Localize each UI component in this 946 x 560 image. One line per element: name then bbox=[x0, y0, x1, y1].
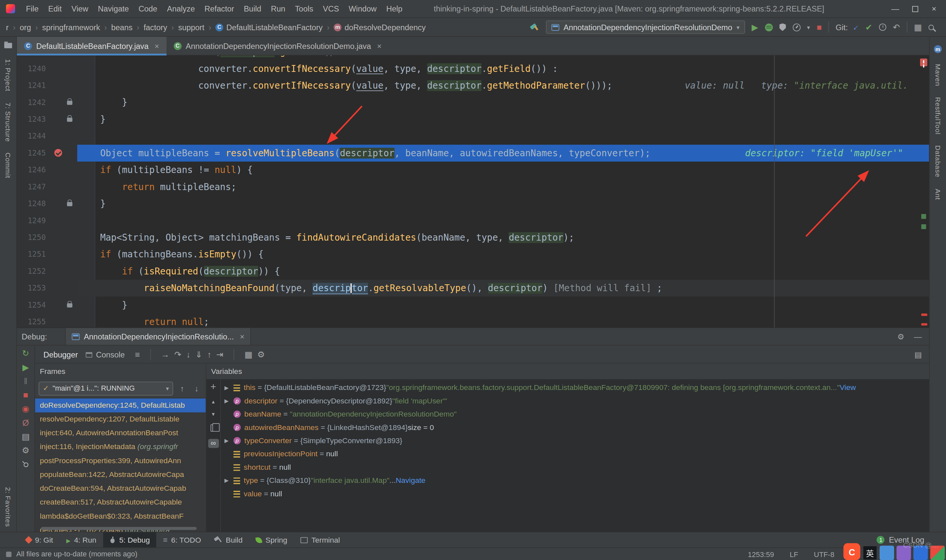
view-as-table-button[interactable]: ▦ bbox=[244, 349, 252, 359]
down-chevron-icon[interactable]: ▼ bbox=[211, 412, 216, 417]
code-text[interactable]: } bbox=[100, 297, 128, 314]
run-to-cursor-button[interactable]: ⇥ bbox=[216, 349, 223, 359]
toolwindow-button-terminal[interactable]: Terminal bbox=[294, 532, 347, 548]
code-text[interactable]: if (isRequired(descriptor)) { bbox=[100, 263, 280, 280]
variable-row-descriptor[interactable]: ▶pdescriptor = {DependencyDescriptor@189… bbox=[221, 394, 929, 408]
line-number[interactable]: 1255 bbox=[17, 314, 52, 327]
history-icon[interactable] bbox=[879, 24, 886, 31]
breadcrumb-item-DefaultListableBeanFactory[interactable]: CDefaultListableBeanFactory bbox=[214, 23, 324, 32]
expand-arrow-icon[interactable]: ▶ bbox=[224, 438, 234, 443]
debug-layout-settings-button[interactable]: ⚙ bbox=[257, 349, 265, 359]
code-text[interactable]: converter.convertIfNecessary(value, type… bbox=[100, 60, 558, 77]
menu-refactor[interactable]: Refactor bbox=[200, 4, 239, 14]
tray-icon[interactable] bbox=[880, 546, 894, 560]
stop-button[interactable]: ■ bbox=[817, 23, 822, 32]
rollback-icon[interactable]: ↶ bbox=[893, 23, 900, 32]
line-number[interactable]: 1248 bbox=[17, 195, 52, 212]
tool-strip-ant[interactable]: Ant bbox=[934, 188, 941, 200]
code-text[interactable]: } bbox=[100, 94, 128, 111]
coverage-button[interactable] bbox=[779, 23, 786, 31]
line-number[interactable]: 1241 bbox=[17, 77, 52, 94]
code-text[interactable]: } bbox=[100, 195, 106, 212]
commit-icon[interactable]: ✔ bbox=[865, 23, 872, 32]
toolwindow-button-build[interactable]: Build bbox=[208, 532, 249, 548]
frame-row[interactable]: createBean:517, AbstractAutowireCapable bbox=[35, 496, 206, 509]
view-breakpoints-button[interactable]: ◉ bbox=[22, 405, 29, 413]
close-icon[interactable]: × bbox=[155, 42, 159, 51]
variable-row-value[interactable]: value = null bbox=[221, 487, 929, 500]
frame-row[interactable]: inject:116, InjectionMetadata (org.sprin… bbox=[35, 440, 206, 454]
line-separator[interactable]: LF bbox=[790, 550, 798, 559]
maven-icon[interactable]: m bbox=[934, 45, 942, 53]
line-number[interactable]: 1252 bbox=[17, 263, 52, 280]
variable-row-previousInjectionPoint[interactable]: previousInjectionPoint = null bbox=[221, 448, 929, 460]
horizontal-scrollbar[interactable] bbox=[41, 527, 197, 530]
breakpoint-icon[interactable] bbox=[54, 149, 62, 157]
variable-row-this[interactable]: ▶this = {DefaultListableBeanFactory@1723… bbox=[221, 381, 929, 394]
breadcrumb-item-r[interactable]: r bbox=[5, 23, 10, 32]
line-number[interactable]: 1254 bbox=[17, 297, 52, 314]
expand-arrow-icon[interactable]: ▶ bbox=[224, 398, 234, 404]
code-text[interactable]: Map<String, Object> matchingBeans = find… bbox=[100, 229, 574, 246]
toolwindow-button-6-todo[interactable]: 6: TODO bbox=[156, 532, 208, 548]
frame-row[interactable]: resolveDependency:1207, DefaultListable bbox=[35, 412, 206, 426]
line-number[interactable]: 1242 bbox=[17, 94, 52, 111]
editor-tab[interactable]: CAnnotationDependencyInjectionResolution… bbox=[166, 37, 389, 55]
toolwindow-button-spring[interactable]: Spring bbox=[249, 532, 294, 548]
value-link[interactable]: Navigate bbox=[396, 476, 426, 485]
tool-strip-2-favorites[interactable]: 2: Favorites bbox=[5, 487, 12, 527]
frame-row[interactable]: inject:640, AutowiredAnnotationBeanPost bbox=[35, 426, 206, 440]
breadcrumb-item-support[interactable]: support bbox=[177, 23, 206, 32]
variable-row-shortcut[interactable]: shortcut = null bbox=[221, 460, 929, 474]
settings-gear-icon[interactable]: ⚙ bbox=[897, 332, 904, 341]
step-out-button[interactable]: ↑ bbox=[207, 349, 211, 359]
toolwindow-button-9-git[interactable]: 9: Git bbox=[19, 532, 60, 548]
code-text[interactable]: return multipleBeans; bbox=[100, 178, 236, 195]
breadcrumb-item-doResolveDependency[interactable]: mdoResolveDependency bbox=[333, 23, 427, 32]
layout-menu-icon[interactable]: ≡ bbox=[135, 349, 140, 359]
breadcrumb-item-org[interactable]: org bbox=[18, 23, 32, 32]
hide-panel-icon[interactable]: — bbox=[914, 332, 922, 341]
tab-debugger[interactable]: Debugger bbox=[43, 350, 78, 359]
menu-window[interactable]: Window bbox=[344, 4, 381, 14]
prev-frame-button[interactable]: ↑ bbox=[177, 384, 188, 393]
code-text[interactable]: return (descriptor.getField() != null ? bbox=[100, 55, 389, 60]
step-over-button[interactable]: ↷ bbox=[174, 349, 182, 359]
variable-row-typeConverter[interactable]: ▶ptypeConverter = {SimpleTypeConverter@1… bbox=[221, 434, 929, 447]
tool-strip-7-structure[interactable]: 7: Structure bbox=[5, 102, 12, 142]
layout-grid-icon[interactable]: ▦ bbox=[914, 23, 922, 32]
profiler-button[interactable] bbox=[793, 23, 801, 31]
code-text[interactable]: converter.convertIfNecessary(value, type… bbox=[100, 77, 612, 94]
ime-badge[interactable]: 英 bbox=[863, 546, 877, 560]
rerun-debug-button[interactable]: ↻ bbox=[22, 349, 29, 357]
error-indicator[interactable] bbox=[920, 58, 927, 66]
pause-button[interactable]: ‖ bbox=[24, 377, 28, 385]
menu-navigate[interactable]: Navigate bbox=[93, 4, 134, 14]
watch-infinity-icon[interactable]: ∞ bbox=[208, 439, 219, 448]
menu-code[interactable]: Code bbox=[134, 4, 162, 14]
run-button[interactable]: ▶ bbox=[752, 23, 758, 32]
expand-arrow-icon[interactable]: ▶ bbox=[224, 385, 234, 391]
tool-strip-1-project[interactable]: 1: Project bbox=[5, 59, 12, 91]
line-number[interactable]: 1251 bbox=[17, 246, 52, 263]
expand-arrow-icon[interactable]: ▶ bbox=[224, 478, 234, 483]
variable-row-autowiredBeanNames[interactable]: pautowiredBeanNames = {LinkedHashSet@189… bbox=[221, 421, 929, 434]
menu-edit[interactable]: Edit bbox=[43, 4, 67, 14]
code-editor[interactable]: 1239 return (descriptor.getField() != nu… bbox=[17, 55, 929, 327]
variable-row-beanName[interactable]: pbeanName = "annotationDependencyInjecti… bbox=[221, 408, 929, 421]
build-hammer-icon[interactable] bbox=[530, 23, 539, 32]
thread-dump-button[interactable]: ▤ bbox=[22, 432, 29, 441]
frame-row[interactable]: lambda$doGetBean$0:323, AbstractBeanF bbox=[35, 509, 206, 523]
line-number[interactable]: 1239 bbox=[17, 55, 52, 60]
run-config-select[interactable]: AnnotationDependencyInjectionResolutionD… bbox=[546, 20, 745, 34]
file-encoding[interactable]: UTF-8 bbox=[814, 550, 834, 559]
close-button[interactable]: × bbox=[932, 4, 937, 14]
line-number[interactable]: 1245 bbox=[17, 145, 52, 162]
line-number[interactable]: 1244 bbox=[17, 128, 52, 145]
value-link[interactable]: View bbox=[840, 383, 856, 392]
error-stripe-mark[interactable] bbox=[921, 323, 927, 325]
breadcrumb-item-springframework[interactable]: springframework bbox=[41, 23, 102, 32]
code-text[interactable]: if (multipleBeans != null) { bbox=[100, 162, 253, 178]
code-text[interactable]: return null; bbox=[100, 314, 209, 327]
frame-row[interactable]: doCreateBean:594, AbstractAutowireCapab bbox=[35, 482, 206, 496]
